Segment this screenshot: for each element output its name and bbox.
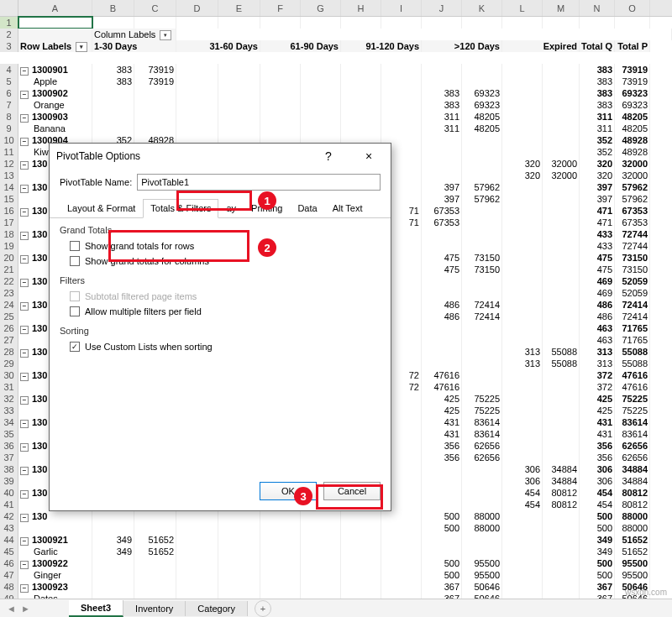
row-header-20[interactable]: 20 [0,252,18,264]
collapse-icon[interactable]: − [20,349,29,358]
pivot-item[interactable]: Banana [18,123,92,134]
row-header-48[interactable]: 48 [0,581,18,593]
cell-K4[interactable] [462,64,502,76]
collapse-icon[interactable]: − [20,490,29,499]
row-header-43[interactable]: 43 [0,522,18,534]
row-header-40[interactable]: 40 [0,487,18,499]
cell-J18[interactable] [422,228,462,240]
total-p[interactable]: 80812 [615,487,650,499]
cell-L39[interactable]: 306 [502,475,543,487]
row-header-2[interactable]: 2 [0,29,18,40]
total-p[interactable]: 73919 [615,76,650,87]
total-q[interactable]: 313 [580,346,615,358]
cell-K21[interactable]: 73150 [462,264,502,275]
cell-J37[interactable]: 356 [422,452,462,463]
col-header-E[interactable]: E [218,0,260,16]
cell-J29[interactable] [422,358,462,369]
cell-K43[interactable]: 88000 [462,522,502,534]
cell-M46[interactable] [543,557,580,569]
row-header-47[interactable]: 47 [0,569,18,581]
collapse-icon[interactable]: − [20,537,29,546]
total-q[interactable]: 486 [580,311,615,322]
cell-M39[interactable]: 34884 [543,475,580,487]
total-q[interactable]: 313 [580,358,615,369]
cell-D43[interactable] [176,522,218,534]
cell-G4[interactable] [301,64,341,76]
cell-H45[interactable] [341,546,381,557]
cell-F48[interactable] [260,581,301,593]
cell-M38[interactable]: 34884 [543,463,580,475]
cell-D45[interactable] [176,546,218,557]
cell-F8[interactable] [260,111,301,123]
total-q[interactable]: 500 [580,569,615,581]
cell-I46[interactable] [381,557,422,569]
collapse-icon[interactable]: − [20,138,29,146]
cell-J5[interactable] [422,76,462,87]
cell-D47[interactable] [176,569,218,581]
total-p[interactable]: 62656 [615,440,650,452]
pivottable-name-input[interactable] [137,174,381,191]
total-p[interactable]: 47616 [615,381,650,393]
row-header-26[interactable]: 26 [0,322,18,334]
cell-M36[interactable] [543,440,580,452]
cell-M35[interactable] [543,428,580,440]
cell-M8[interactable] [543,111,580,123]
row-header-25[interactable]: 25 [0,311,18,322]
cell-M41[interactable]: 80812 [543,499,580,510]
cell-M16[interactable] [543,205,580,217]
cell-M14[interactable] [543,181,580,193]
cell-M43[interactable] [543,522,580,534]
cell-I43[interactable] [381,522,422,534]
cell-E46[interactable] [218,557,260,569]
cell-B6[interactable] [92,87,134,99]
total-q[interactable]: 454 [580,499,615,510]
collapse-icon[interactable]: − [20,514,29,522]
cell-I48[interactable] [381,581,422,593]
row-header-31[interactable]: 31 [0,381,18,393]
row-header-5[interactable]: 5 [0,76,18,87]
cell-M19[interactable] [543,240,580,252]
cancel-button[interactable]: Cancel [323,482,381,500]
cell-F47[interactable] [260,569,301,581]
cell-B46[interactable] [92,557,134,569]
cell-E9[interactable] [218,123,260,134]
total-q[interactable]: 372 [580,381,615,393]
cell-L25[interactable] [502,311,543,322]
col-header-J[interactable]: J [422,0,462,16]
cell-L19[interactable] [502,240,543,252]
cell-L29[interactable]: 313 [502,358,543,369]
cell-L27[interactable] [502,334,543,346]
collapse-icon[interactable]: − [20,185,29,193]
cell-M22[interactable] [543,275,580,287]
total-p[interactable]: 95500 [615,569,650,581]
cell-M44[interactable] [543,534,580,546]
cell-H4[interactable] [341,64,381,76]
row-header-33[interactable]: 33 [0,405,18,416]
col-header-I[interactable]: I [381,0,422,16]
row-header-4[interactable]: 4 [0,64,18,76]
cell-J31[interactable]: 47616 [422,381,462,393]
cell-L33[interactable] [502,405,543,416]
col-header-B[interactable]: B [92,0,134,16]
cell-M29[interactable]: 55088 [543,358,580,369]
cell-J10[interactable] [422,134,462,146]
cell-K10[interactable] [462,134,502,146]
prev-sheet-icon[interactable]: ◄ [7,604,16,614]
cell-K23[interactable] [462,287,502,299]
cell-L9[interactable] [502,123,543,134]
col-header-A[interactable]: A [18,0,92,16]
cell-F4[interactable] [260,64,301,76]
cell-B42[interactable] [92,510,134,522]
cell-G47[interactable] [301,569,341,581]
total-q[interactable]: 431 [580,428,615,440]
cell-M32[interactable] [543,393,580,405]
cell-K12[interactable] [462,158,502,170]
cell-C6[interactable] [134,87,176,99]
cell-J21[interactable]: 475 [422,264,462,275]
chk-grand-cols[interactable] [70,256,80,266]
cell-L34[interactable] [502,416,543,428]
cell-C47[interactable] [134,569,176,581]
cell-J9[interactable]: 311 [422,123,462,134]
cell-K47[interactable]: 95500 [462,569,502,581]
cell-J41[interactable] [422,499,462,510]
